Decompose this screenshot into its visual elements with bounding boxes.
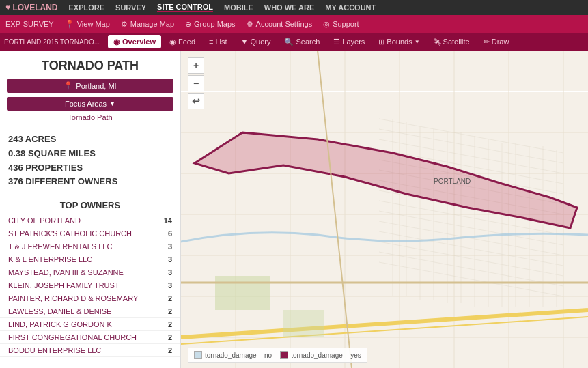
tab-layers[interactable]: ☰ Layers (328, 35, 370, 48)
list-item[interactable]: MAYSTEAD, IVAN III & SUZANNE3 (0, 266, 180, 279)
support-link[interactable]: ◎ Support (323, 20, 359, 29)
map-area[interactable]: + − ↩ (181, 51, 588, 368)
nav-my-account[interactable]: MY ACCOUNT (325, 3, 376, 12)
zoom-in-button[interactable]: + (188, 57, 204, 74)
draw-icon: ✏ (484, 38, 490, 46)
owner-name: T & J FREWEN RENTALS LLC (0, 240, 154, 253)
back-button[interactable]: ↩ (188, 93, 204, 109)
sidebar: TORNADO PATH 📍 Portland, MI Focus Areas … (0, 51, 181, 368)
manage-icon: ⚙ (121, 20, 128, 29)
tab-feed[interactable]: ◉ Feed (164, 35, 201, 48)
stat-properties: 436 PROPERTIES (8, 161, 172, 175)
owner-count: 3 (154, 240, 180, 253)
owner-count: 3 (154, 266, 180, 279)
list-item[interactable]: FIRST CONGREGATIONAL CHURCH2 (0, 331, 180, 344)
owner-name: BODDU ENTERPRISE LLC (0, 344, 154, 357)
legend-no-damage-swatch (194, 351, 202, 359)
map-legend: tornado_damage = no tornado_damage = yes (188, 348, 367, 363)
account-settings-link[interactable]: ⚙ Account Settings (247, 20, 313, 29)
exp-survey-link[interactable]: EXP-SURVEY (5, 20, 54, 28)
owner-count: 2 (154, 331, 180, 344)
group-icon: ⊕ (185, 20, 191, 29)
svg-rect-45 (215, 276, 270, 310)
list-item[interactable]: T & J FREWEN RENTALS LLC3 (0, 240, 180, 253)
list-icon: ≡ (209, 38, 213, 46)
tab-overview[interactable]: ◉ Overview (108, 35, 161, 48)
owner-count: 2 (154, 318, 180, 331)
tab-bounds[interactable]: ⊞ Bounds ▼ (373, 35, 425, 48)
owner-name: CITY OF PORTLAND (0, 214, 154, 227)
owner-name: PAINTER, RICHARD D & ROSEMARY (0, 292, 154, 305)
owner-count: 14 (154, 214, 180, 227)
list-item[interactable]: ST PATRICK'S CATHOLIC CHURCH6 (0, 227, 180, 240)
nav-mobile[interactable]: MOBILE (224, 3, 253, 12)
owner-name: LIND, PATRICK G GORDON K (0, 318, 154, 331)
zoom-out-button[interactable]: − (188, 75, 204, 91)
top-owners-title: TOP OWNERS (0, 200, 180, 210)
owner-name: FIRST CONGREGATIONAL CHURCH (0, 331, 154, 344)
breadcrumb: PORTLAND 2015 TORNADO... (4, 38, 100, 46)
sidebar-title: TORNADO PATH (0, 51, 180, 79)
legend-yes-damage-swatch (280, 351, 288, 359)
group-maps-link[interactable]: ⊕ Group Maps (185, 20, 236, 29)
tab-search[interactable]: 🔍 Search (279, 35, 325, 48)
owner-count: 2 (154, 292, 180, 305)
owner-count: 3 (154, 253, 180, 266)
nav-explore[interactable]: EXPLORE (68, 3, 104, 12)
top-navigation: ♥ LOVELAND EXPLORE SURVEY SITE CONTROL M… (0, 0, 588, 15)
support-icon: ◎ (323, 20, 330, 29)
list-item[interactable]: KLEIN, JOSEPH FAMILY TRUST3 (0, 279, 180, 292)
bounds-icon: ⊞ (378, 38, 384, 46)
bounds-dropdown-icon: ▼ (415, 39, 420, 45)
tornado-path-link[interactable]: Tornado Path (0, 113, 180, 122)
nav-survey[interactable]: SURVEY (115, 3, 146, 12)
manage-map-link[interactable]: ⚙ Manage Map (121, 20, 174, 29)
stat-acres: 243 ACRES (8, 132, 172, 147)
loveland-logo[interactable]: ♥ LOVELAND (5, 3, 57, 12)
stats-section: 243 ACRES 0.38 SQUARE MILES 436 PROPERTI… (0, 128, 180, 193)
owner-name: LAWLESS, DANIEL & DENISE (0, 305, 154, 318)
tab-list[interactable]: ≡ List (204, 35, 233, 48)
nav-site-control[interactable]: SITE CONTROL (157, 3, 213, 12)
account-icon: ⚙ (247, 20, 253, 29)
owner-count: 6 (154, 227, 180, 240)
tab-query[interactable]: ▼ Query (236, 35, 277, 48)
owner-name: MAYSTEAD, IVAN III & SUZANNE (0, 266, 154, 279)
owners-table: CITY OF PORTLAND14ST PATRICK'S CATHOLIC … (0, 214, 180, 357)
map-controls: + − ↩ (188, 57, 204, 109)
list-item[interactable]: LIND, PATRICK G GORDON K2 (0, 318, 180, 331)
query-icon: ▼ (241, 38, 249, 46)
layers-icon: ☰ (333, 38, 340, 46)
owner-count: 2 (154, 305, 180, 318)
list-item[interactable]: LAWLESS, DANIEL & DENISE2 (0, 305, 180, 318)
list-item[interactable]: CITY OF PORTLAND14 (0, 214, 180, 227)
view-map-link[interactable]: 📍 View Map (65, 20, 110, 29)
pin-icon: 📍 (65, 20, 74, 29)
list-item[interactable]: PAINTER, RICHARD D & ROSEMARY2 (0, 292, 180, 305)
tab-satellite[interactable]: 🛰 Satellite (428, 35, 475, 48)
feed-icon: ◉ (169, 38, 176, 46)
owner-name: ST PATRICK'S CATHOLIC CHURCH (0, 227, 154, 240)
nav-who-we-are[interactable]: WHO WE ARE (264, 3, 315, 12)
stat-owners: 376 DIFFERENT OWNERS (8, 175, 172, 189)
focus-areas-button[interactable]: Focus Areas ▼ (7, 97, 173, 111)
list-item[interactable]: BODDU ENTERPRISE LLC2 (0, 344, 180, 357)
overview-icon: ◉ (113, 38, 120, 46)
location-badge[interactable]: 📍 Portland, MI (7, 79, 173, 93)
owner-name: KLEIN, JOSEPH FAMILY TRUST (0, 279, 154, 292)
owner-count: 2 (154, 344, 180, 357)
legend-yes-damage: tornado_damage = yes (280, 351, 361, 359)
map-svg: PORTLAND (181, 51, 588, 368)
third-navigation: PORTLAND 2015 TORNADO... ◉ Overview ◉ Fe… (0, 33, 588, 51)
portland-label: PORTLAND (434, 178, 471, 185)
owner-name: K & L ENTERPRISE LLC (0, 253, 154, 266)
svg-rect-46 (283, 310, 324, 337)
satellite-icon: 🛰 (434, 38, 441, 46)
main-content: TORNADO PATH 📍 Portland, MI Focus Areas … (0, 51, 588, 368)
tab-draw[interactable]: ✏ Draw (478, 35, 515, 48)
list-item[interactable]: K & L ENTERPRISE LLC3 (0, 253, 180, 266)
second-navigation: EXP-SURVEY 📍 View Map ⚙ Manage Map ⊕ Gro… (0, 15, 588, 33)
search-icon: 🔍 (284, 38, 294, 46)
stat-square-miles: 0.38 SQUARE MILES (8, 147, 172, 161)
owner-count: 3 (154, 279, 180, 292)
